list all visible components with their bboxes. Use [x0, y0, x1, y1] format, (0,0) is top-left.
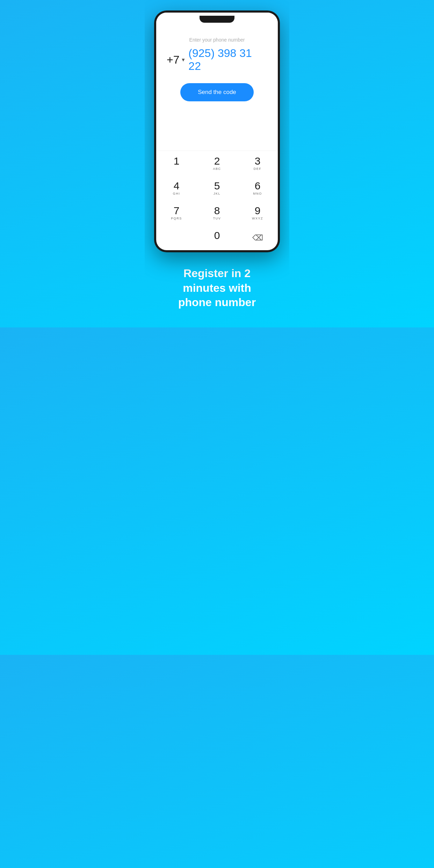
phone-input-section: Enter your phone number +7 ▼ (925) 398 3… — [156, 30, 278, 112]
backspace-key[interactable]: ⌫ — [237, 225, 278, 250]
spacer — [156, 112, 278, 151]
dial-key-4[interactable]: 4GHI — [156, 176, 197, 201]
dialpad: 12ABC3DEF4GHI5JKL6MNO7PQRS8TUV9WXYZ0⌫ — [156, 151, 278, 250]
notch — [200, 16, 234, 23]
chevron-down-icon: ▼ — [181, 57, 186, 63]
bottom-text-section: Register in 2 minutes with phone number — [145, 252, 289, 327]
phone-top-bar — [156, 13, 278, 23]
dial-key-8[interactable]: 8TUV — [197, 201, 237, 225]
country-code-selector[interactable]: +7 ▼ — [167, 53, 186, 66]
input-label: Enter your phone number — [189, 37, 245, 43]
phone-number-display[interactable]: (925) 398 31 22 — [188, 47, 267, 73]
phone-number-row: +7 ▼ (925) 398 31 22 — [167, 47, 267, 73]
phone-frame: Enter your phone number +7 ▼ (925) 398 3… — [154, 10, 280, 252]
dial-key-1[interactable]: 1 — [156, 151, 197, 176]
dial-key-3[interactable]: 3DEF — [237, 151, 278, 176]
send-code-button[interactable]: Send the code — [180, 83, 254, 101]
bottom-headline: Register in 2 minutes with phone number — [166, 266, 268, 310]
dial-key-6[interactable]: 6MNO — [237, 176, 278, 201]
empty-key — [156, 225, 197, 250]
phone-content: Enter your phone number +7 ▼ (925) 398 3… — [156, 23, 278, 250]
country-code-text: +7 — [167, 53, 179, 66]
dial-key-2[interactable]: 2ABC — [197, 151, 237, 176]
dial-key-7[interactable]: 7PQRS — [156, 201, 197, 225]
phone-screen: Enter your phone number +7 ▼ (925) 398 3… — [156, 13, 278, 250]
dial-key-9[interactable]: 9WXYZ — [237, 201, 278, 225]
dial-key-0[interactable]: 0 — [197, 225, 237, 250]
dial-key-5[interactable]: 5JKL — [197, 176, 237, 201]
